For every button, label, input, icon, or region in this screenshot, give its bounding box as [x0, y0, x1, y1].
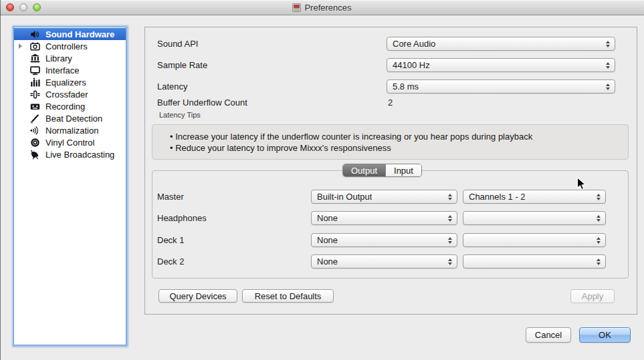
sidebar-item-label: Vinyl Control — [45, 138, 94, 148]
sidebar-item-crossfader[interactable]: Crossfader — [14, 88, 126, 100]
sidebar-item-label: Live Broadcasting — [45, 150, 114, 160]
sound-hardware-pane: Sound API Core Audio Sample Rate 44100 H… — [144, 27, 637, 315]
deck1-channels-dropdown[interactable] — [463, 233, 606, 247]
sidebar-item-library[interactable]: Library — [14, 52, 126, 64]
deck2-device-value: None — [317, 256, 338, 266]
sidebar-item-interface[interactable]: Interface — [14, 64, 126, 76]
monitor-icon — [30, 65, 40, 75]
headphones-device-dropdown[interactable]: None — [311, 211, 457, 225]
disclosure-triangle-icon[interactable] — [19, 43, 22, 49]
sound-api-value: Core Audio — [393, 39, 435, 49]
tab-output[interactable]: Output — [343, 164, 385, 176]
master-channels-dropdown[interactable]: Channels 1 - 2 — [463, 190, 606, 204]
latency-tips-label: Latency Tips — [159, 111, 201, 119]
sidebar-item-equalizers[interactable]: Equalizers — [14, 76, 126, 88]
sidebar-item-recording[interactable]: Recording — [14, 100, 126, 112]
equalizer-bars-icon — [30, 77, 40, 87]
sidebar-item-vinyl-control[interactable]: Vinyl Control — [14, 136, 126, 148]
tab-input[interactable]: Input — [385, 164, 421, 176]
window-title: Preferences — [304, 3, 351, 13]
sidebar-item-beat-detection[interactable]: Beat Detection — [14, 112, 126, 124]
stepper-arrows-icon — [606, 83, 610, 90]
reset-to-defaults-button[interactable]: Reset to Defaults — [242, 289, 334, 303]
stepper-arrows-icon — [597, 194, 601, 200]
stepper-arrows-icon — [606, 62, 610, 69]
latency-tip: Increase your latency if the underflow c… — [170, 132, 620, 143]
zoom-button[interactable] — [33, 3, 41, 11]
sidebar-item-label: Crossfader — [45, 89, 88, 100]
sidebar-item-label: Interface — [45, 65, 80, 75]
headphones-channels-dropdown[interactable] — [463, 211, 606, 225]
ok-button[interactable]: OK — [579, 327, 631, 343]
crossfader-icon — [30, 89, 40, 100]
titlebar[interactable]: Preferences — [0, 0, 644, 15]
sidebar-item-normalization[interactable]: Normalization — [14, 124, 126, 136]
latency-tips-box: Increase your latency if the underflow c… — [152, 124, 629, 160]
master-device-value: Built-in Output — [317, 192, 372, 202]
stepper-arrows-icon — [597, 258, 601, 265]
preferences-window: Preferences Sound Hardware — [0, 0, 644, 360]
deck1-device-value: None — [317, 235, 338, 245]
latency-tip: Reduce your latency to improve Mixxx's r… — [170, 143, 620, 154]
deck2-device-dropdown[interactable]: None — [311, 254, 457, 268]
latency-value: 5.8 ms — [393, 81, 419, 92]
deck2-channels-dropdown[interactable] — [463, 254, 606, 268]
sample-rate-label: Sample Rate — [157, 58, 207, 72]
sidebar-item-label: Equalizers — [45, 77, 86, 87]
sidebar-item-label: Normalization — [45, 126, 98, 136]
controller-icon — [30, 41, 40, 51]
master-device-dropdown[interactable]: Built-in Output — [311, 190, 457, 204]
sound-api-dropdown[interactable]: Core Audio — [387, 37, 615, 51]
preferences-icon — [292, 3, 301, 12]
buffer-underflow-label: Buffer Underflow Count — [157, 97, 247, 109]
cassette-icon — [30, 102, 40, 112]
sample-rate-dropdown[interactable]: 44100 Hz — [387, 58, 615, 72]
sample-rate-value: 44100 Hz — [393, 60, 430, 70]
master-channels-value: Channels 1 - 2 — [469, 192, 526, 202]
satellite-dish-icon — [30, 150, 40, 160]
latency-dropdown[interactable]: 5.8 ms — [387, 79, 615, 94]
speaker-icon — [30, 29, 40, 39]
minimize-button[interactable] — [19, 3, 27, 11]
window-title-area: Preferences — [0, 0, 644, 15]
master-label: Master — [157, 190, 184, 204]
sidebar-item-label: Controllers — [45, 41, 88, 51]
soundwave-icon — [30, 126, 40, 136]
sidebar-item-label: Library — [45, 53, 72, 63]
query-devices-button[interactable]: Query Devices — [158, 289, 237, 303]
latency-label: Latency — [157, 79, 188, 94]
stepper-arrows-icon — [597, 237, 601, 244]
deck2-label: Deck 2 — [157, 254, 184, 268]
traffic-lights — [6, 3, 41, 11]
sidebar-item-controllers[interactable]: Controllers — [14, 40, 126, 52]
apply-button[interactable]: Apply — [570, 289, 615, 303]
close-button[interactable] — [6, 3, 14, 11]
sidebar-item-sound-hardware[interactable]: Sound Hardware — [14, 28, 126, 40]
sidebar-item-live-broadcasting[interactable]: Live Broadcasting — [14, 148, 126, 160]
buffer-underflow-value: 2 — [388, 97, 393, 109]
headphones-label: Headphones — [157, 211, 207, 225]
stepper-arrows-icon — [597, 215, 601, 222]
stepper-arrows-icon — [448, 258, 452, 265]
vinyl-record-icon — [30, 138, 40, 148]
sidebar-item-label: Beat Detection — [45, 114, 102, 124]
io-tab-bar: Output Input — [342, 164, 422, 177]
stepper-arrows-icon — [448, 194, 452, 200]
cancel-button[interactable]: Cancel — [526, 327, 571, 343]
sidebar-item-label: Sound Hardware — [45, 29, 114, 39]
library-icon — [30, 53, 40, 63]
sidebar-item-label: Recording — [45, 102, 85, 112]
stepper-arrows-icon — [606, 41, 610, 47]
stepper-arrows-icon — [448, 237, 452, 244]
headphones-device-value: None — [317, 213, 338, 223]
deck1-device-dropdown[interactable]: None — [311, 233, 457, 247]
deck1-label: Deck 1 — [157, 233, 184, 247]
stepper-arrows-icon — [448, 215, 452, 222]
sound-api-label: Sound API — [157, 37, 198, 51]
preferences-sidebar: Sound Hardware Controllers — [13, 27, 126, 345]
wand-icon — [30, 114, 40, 124]
